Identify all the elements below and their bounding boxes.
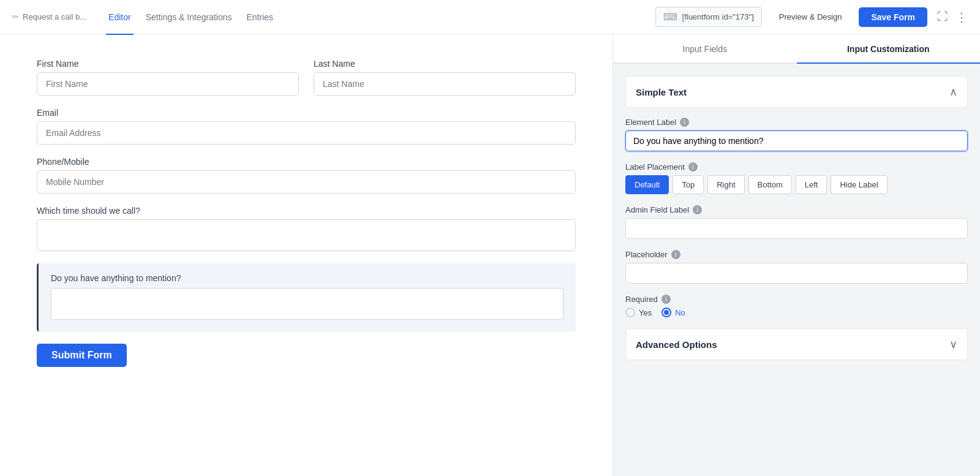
call-time-label: Which time should we call?: [37, 206, 576, 216]
last-name-input[interactable]: [314, 72, 576, 96]
placeholder-heading: Placeholder i: [625, 250, 968, 259]
last-name-label: Last Name: [314, 59, 576, 69]
more-icon[interactable]: ⋮: [956, 10, 968, 25]
main-layout: First Name Last Name Email Phone/Mobile …: [0, 34, 980, 476]
first-name-group: First Name: [37, 59, 299, 96]
breadcrumb-text: Request a call b...: [23, 12, 86, 21]
first-name-label: First Name: [37, 59, 299, 69]
call-time-group: Which time should we call?: [37, 206, 576, 251]
placement-buttons: Default Top Right Bottom Left Hide Label: [625, 175, 968, 194]
mention-label: Do you have anything to mention?: [51, 273, 564, 283]
phone-group: Phone/Mobile: [37, 157, 576, 194]
placeholder-info-icon[interactable]: i: [671, 250, 680, 259]
required-no[interactable]: No: [662, 308, 685, 317]
placement-default[interactable]: Default: [625, 175, 669, 194]
shortcode-icon: ⌨: [663, 11, 677, 23]
placement-hide-label[interactable]: Hide Label: [831, 175, 887, 194]
required-yes[interactable]: Yes: [625, 308, 652, 317]
advanced-options-title: Advanced Options: [636, 339, 717, 350]
tab-input-fields[interactable]: Input Fields: [613, 36, 797, 64]
nav-tabs: Editor Settings & Integrations Entries: [106, 0, 285, 34]
preview-button[interactable]: Preview & Design: [769, 8, 852, 26]
name-row: First Name Last Name: [37, 59, 576, 96]
required-yes-radio[interactable]: [625, 308, 635, 317]
panel-content: Simple Text ∧ Element Label i Label Plac…: [613, 64, 980, 372]
required-radio-group: Yes No: [625, 308, 968, 317]
tab-entries[interactable]: Entries: [244, 1, 276, 35]
right-panel: Input Fields Input Customization Simple …: [612, 34, 980, 476]
admin-field-label-input[interactable]: [625, 218, 968, 239]
admin-field-label-heading: Admin Field Label i: [625, 205, 968, 214]
shortcode-box[interactable]: ⌨ [fluentform id="173"]: [655, 7, 762, 27]
email-group: Email: [37, 108, 576, 145]
placeholder-input[interactable]: [625, 263, 968, 284]
chevron-down-icon: ∨: [949, 338, 957, 351]
shortcode-text: [fluentform id="173"]: [682, 12, 754, 21]
placement-left[interactable]: Left: [796, 175, 827, 194]
element-label-input[interactable]: [625, 130, 968, 151]
edit-icon: ✏: [12, 12, 19, 21]
element-label-heading: Element Label i: [625, 118, 968, 127]
nav-right: ⌨ [fluentform id="173"] Preview & Design…: [655, 7, 968, 27]
element-label-group: Element Label i: [625, 118, 968, 151]
call-time-input[interactable]: [37, 219, 576, 251]
advanced-options-section[interactable]: Advanced Options ∨: [625, 328, 968, 360]
admin-field-label-info-icon[interactable]: i: [693, 205, 702, 214]
mention-group: Do you have anything to mention?: [37, 263, 576, 331]
panel-tabs: Input Fields Input Customization: [613, 34, 980, 64]
nav-left: ✏ Request a call b... Editor Settings & …: [12, 0, 285, 34]
mention-input[interactable]: [51, 288, 564, 320]
placement-bottom[interactable]: Bottom: [748, 175, 792, 194]
top-nav: ✏ Request a call b... Editor Settings & …: [0, 0, 980, 34]
email-label: Email: [37, 108, 576, 118]
required-yes-label: Yes: [639, 308, 652, 317]
first-name-input[interactable]: [37, 72, 299, 96]
admin-field-label-group: Admin Field Label i: [625, 205, 968, 239]
element-label-info-icon[interactable]: i: [680, 118, 689, 127]
breadcrumb[interactable]: ✏ Request a call b...: [12, 12, 86, 21]
chevron-up-icon: ∧: [949, 85, 957, 99]
form-preview-area: First Name Last Name Email Phone/Mobile …: [0, 34, 612, 476]
placement-right[interactable]: Right: [707, 175, 744, 194]
label-placement-group: Label Placement i Default Top Right Bott…: [625, 162, 968, 194]
required-no-radio[interactable]: [662, 308, 671, 317]
required-no-label: No: [675, 308, 685, 317]
simple-text-section-header[interactable]: Simple Text ∧: [625, 76, 968, 108]
required-group: Required i Yes No: [625, 295, 968, 317]
last-name-group: Last Name: [314, 59, 576, 96]
label-placement-heading: Label Placement i: [625, 162, 968, 172]
required-info-icon[interactable]: i: [662, 295, 671, 304]
tab-settings[interactable]: Settings & Integrations: [143, 1, 235, 35]
placement-top[interactable]: Top: [673, 175, 704, 194]
tab-editor[interactable]: Editor: [106, 1, 134, 35]
required-heading: Required i: [625, 295, 968, 304]
save-button[interactable]: Save Form: [859, 7, 927, 27]
phone-label: Phone/Mobile: [37, 157, 576, 167]
simple-text-title: Simple Text: [636, 87, 687, 97]
email-input[interactable]: [37, 121, 576, 145]
tab-input-customization[interactable]: Input Customization: [797, 36, 981, 64]
submit-button[interactable]: Submit Form: [37, 344, 127, 367]
phone-input[interactable]: [37, 170, 576, 194]
label-placement-info-icon[interactable]: i: [688, 162, 698, 172]
placeholder-group: Placeholder i: [625, 250, 968, 284]
expand-icon[interactable]: ⛶: [937, 10, 948, 23]
